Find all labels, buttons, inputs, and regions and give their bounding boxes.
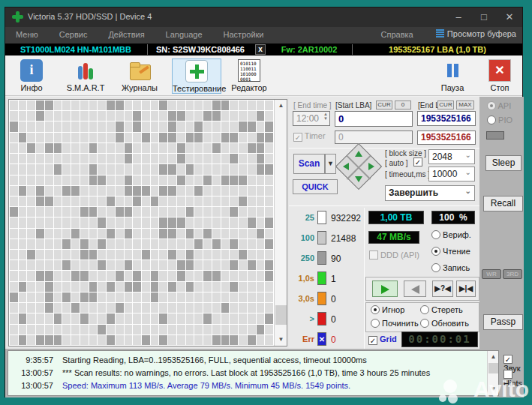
pause-button[interactable]: Пауза <box>433 58 472 94</box>
block-cell <box>71 111 80 121</box>
block-cell <box>107 100 115 110</box>
block-cell <box>107 154 115 164</box>
block-cell <box>257 207 265 217</box>
start-lba-input[interactable]: 0 <box>335 111 413 127</box>
api-radio[interactable]: API <box>487 101 511 110</box>
mode-verify-radio[interactable]: Вериф. <box>431 230 471 239</box>
minimize-button[interactable]: – <box>446 8 471 27</box>
grid-checkbox[interactable]: Grid <box>368 334 397 345</box>
dpad-left-icon[interactable] <box>343 163 349 170</box>
act-refresh-radio[interactable]: Обновить <box>420 319 469 328</box>
testing-button[interactable]: Тестирование <box>172 58 221 94</box>
scroll-down-icon[interactable]: ▼ <box>488 383 499 395</box>
block-cell <box>71 133 80 142</box>
journals-button[interactable]: Журналы <box>118 58 161 94</box>
act-ignore-radio[interactable]: Игнор <box>371 305 404 314</box>
act-erase-radio[interactable]: Стереть <box>420 305 463 314</box>
close-button[interactable]: ✕ <box>497 8 522 27</box>
block-cell <box>159 314 167 323</box>
app-window: Victoria 5.37 HDD/SSD | Device 4 – □ ✕ М… <box>5 7 523 398</box>
end-lba-max-button[interactable]: MAX <box>456 100 474 110</box>
block-cell <box>125 154 133 164</box>
end-lba-cur-button[interactable]: CUR <box>437 100 454 110</box>
info-button[interactable]: i Инфо <box>10 58 53 94</box>
srd-button[interactable]: 3RD <box>503 269 522 279</box>
block-cell <box>239 260 247 270</box>
play-forward-button[interactable] <box>372 280 398 297</box>
block-cell <box>248 229 256 238</box>
wr-button[interactable]: WR <box>482 269 501 279</box>
maximize-button[interactable]: □ <box>471 8 497 27</box>
menu-item-menu[interactable]: Меню <box>5 27 49 39</box>
block-cell <box>89 143 98 153</box>
dpad-down-icon[interactable] <box>355 176 362 182</box>
block-cell <box>265 176 273 185</box>
mode-read-radio[interactable]: Чтение <box>431 247 470 256</box>
block-cell <box>177 239 185 249</box>
random-seek-button[interactable]: ▶?◀ <box>432 280 453 297</box>
scan-dropdown-button[interactable]: ▼ <box>325 154 336 174</box>
buffer-view-button[interactable]: Просмотр буфера <box>436 29 516 38</box>
block-cell <box>142 282 150 292</box>
menu-item-actions[interactable]: Действия <box>98 27 155 39</box>
scrollbar-thumb[interactable] <box>488 363 498 374</box>
menu-item-language[interactable]: Language <box>155 27 213 39</box>
block-cell <box>27 100 35 110</box>
start-lba-cur-button[interactable]: CUR <box>376 100 392 110</box>
block-cell <box>221 133 230 142</box>
dpad-up-icon[interactable] <box>355 151 362 157</box>
smart-button[interactable]: S.M.A.R.T <box>64 58 107 94</box>
timeout-combo[interactable]: 10000⌄ <box>428 166 475 182</box>
end-time-input[interactable]: 12:00▲▼ <box>293 111 330 126</box>
butterfly-seek-button[interactable]: ▶|◀ <box>456 280 476 297</box>
scroll-down-icon[interactable]: ▼ <box>275 334 287 346</box>
pio-radio[interactable]: PIO <box>487 116 512 124</box>
block-cell <box>177 260 185 270</box>
end-lba-alt-input[interactable]: 1953525166 <box>417 130 476 145</box>
speed-display: 47 MB/s <box>368 231 419 244</box>
scrollbar-thumb[interactable] <box>275 305 287 325</box>
block-cell <box>168 314 176 323</box>
block-cell <box>133 282 141 292</box>
passp-button[interactable]: Passp <box>483 314 523 330</box>
legend-count: 0 <box>331 294 336 304</box>
block-cell <box>45 176 53 185</box>
hints-checkbox[interactable]: Hints <box>503 370 524 388</box>
serial-hide-button[interactable]: x <box>255 44 266 55</box>
end-lba-input[interactable]: 1953525166 <box>417 111 476 126</box>
seek-dpad[interactable] <box>337 145 380 188</box>
block-cell <box>194 196 203 206</box>
menu-item-settings[interactable]: Настройки <box>213 27 275 39</box>
act-repair-radio[interactable]: Починить <box>371 319 419 328</box>
block-map-scrollbar[interactable]: ▲ ▼ <box>274 100 287 346</box>
dpad-right-icon[interactable] <box>368 163 374 170</box>
finish-action-combo[interactable]: Завершить⌄ <box>385 185 475 201</box>
start-lba-alt-input[interactable]: 0 <box>335 130 413 144</box>
timer-checkbox[interactable]: Timer <box>293 131 326 142</box>
block-cell <box>265 100 273 110</box>
start-lba-zero-button[interactable]: 0 <box>395 100 411 110</box>
scroll-up-icon[interactable]: ▲ <box>275 100 287 112</box>
block-cell <box>257 303 265 313</box>
menu-item-help[interactable]: Справка <box>371 27 424 39</box>
auto-checkbox[interactable] <box>413 158 422 166</box>
editor-label: Редактор <box>231 83 266 92</box>
menu-item-service[interactable]: Сервис <box>49 27 98 39</box>
log-scrollbar[interactable]: ▲ ▼ <box>487 351 498 395</box>
play-backward-button[interactable] <box>404 280 426 297</box>
block-cell <box>221 250 230 260</box>
scroll-up-icon[interactable]: ▲ <box>488 351 499 363</box>
block-cell <box>36 186 44 196</box>
block-size-combo[interactable]: 2048⌄ <box>428 149 475 164</box>
sleep-button[interactable]: Sleep <box>485 155 521 171</box>
block-cell <box>116 207 124 217</box>
block-cell <box>159 143 167 153</box>
recall-button[interactable]: Recall <box>483 196 523 212</box>
block-cell <box>239 186 247 196</box>
ddd-checkbox[interactable]: DDD (API) <box>369 250 419 260</box>
quick-button[interactable]: QUICK <box>293 179 338 194</box>
stop-button[interactable]: Стоп <box>481 58 518 94</box>
scan-button[interactable]: Scan <box>293 154 325 174</box>
mode-write-radio[interactable]: Запись <box>431 263 470 272</box>
editor-button[interactable]: 010110 110011 101000 0001 Редактор <box>227 58 271 94</box>
